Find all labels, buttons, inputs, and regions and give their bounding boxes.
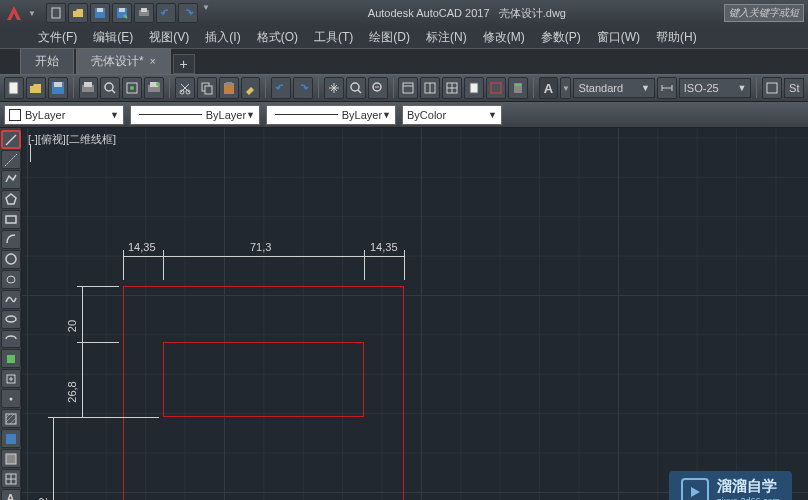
insert-block-icon[interactable] (1, 349, 21, 368)
tab-add-button[interactable]: + (173, 54, 195, 74)
tb-new-icon[interactable] (4, 77, 24, 99)
tb-match-icon[interactable] (241, 77, 261, 99)
app-menu-arrow[interactable]: ▼ (28, 9, 36, 18)
gradient-tool-icon[interactable] (1, 429, 21, 448)
revcloud-tool-icon[interactable] (1, 270, 21, 289)
tb-textstyle-arrow[interactable]: ▼ (560, 77, 571, 99)
hatch-tool-icon[interactable] (1, 409, 21, 428)
drawing-canvas[interactable]: [-][俯视][二维线框] 14,35 71,3 14,35 20 26,8 (22, 128, 808, 500)
menu-param[interactable]: 参数(P) (533, 27, 589, 48)
menu-draw[interactable]: 绘图(D) (361, 27, 418, 48)
last-dropdown[interactable]: St (784, 78, 804, 98)
menu-file[interactable]: 文件(F) (30, 27, 85, 48)
menu-format[interactable]: 格式(O) (249, 27, 306, 48)
rectangle-tool-icon[interactable] (1, 210, 21, 229)
menu-view[interactable]: 视图(V) (141, 27, 197, 48)
svg-line-26 (358, 90, 361, 93)
svg-point-15 (130, 86, 134, 90)
tb-sheet-icon[interactable] (464, 77, 484, 99)
menu-modify[interactable]: 修改(M) (475, 27, 533, 48)
file-tab-bar: 开始 壳体设计*× + (0, 48, 808, 74)
table-tool-icon[interactable] (1, 469, 21, 488)
qat-new-icon[interactable] (46, 3, 66, 23)
tab-start[interactable]: 开始 (20, 48, 74, 74)
line-tool-icon[interactable] (1, 130, 21, 149)
tb-save-icon[interactable] (48, 77, 68, 99)
polyline-tool-icon[interactable] (1, 170, 21, 189)
tb-designcenter-icon[interactable] (420, 77, 440, 99)
tb-undo2-icon[interactable] (271, 77, 291, 99)
svg-rect-48 (7, 355, 15, 363)
svg-point-46 (6, 254, 16, 264)
tb-paste-icon[interactable] (219, 77, 239, 99)
xline-tool-icon[interactable] (1, 150, 21, 169)
tb-open-icon[interactable] (26, 77, 46, 99)
tab-close-icon[interactable]: × (150, 56, 156, 67)
point-tool-icon[interactable] (1, 389, 21, 408)
menu-window[interactable]: 窗口(W) (589, 27, 648, 48)
tb-copy-icon[interactable] (197, 77, 217, 99)
layer-properties-bar: ByLayer ▼ ByLayer ▼ ByLayer ▼ ByColor ▼ (0, 102, 808, 128)
lineweight-dropdown[interactable]: ByLayer ▼ (266, 105, 396, 125)
circle-tool-icon[interactable] (1, 250, 21, 269)
viewport-label[interactable]: [-][俯视][二维线框] (28, 132, 116, 147)
tb-print-icon[interactable] (79, 77, 99, 99)
svg-rect-52 (6, 434, 16, 444)
svg-rect-6 (141, 8, 147, 12)
region-tool-icon[interactable] (1, 449, 21, 468)
menu-tools[interactable]: 工具(T) (306, 27, 361, 48)
tb-pan-icon[interactable] (324, 77, 344, 99)
linetype-dropdown[interactable]: ByLayer ▼ (130, 105, 260, 125)
menu-help[interactable]: 帮助(H) (648, 27, 705, 48)
svg-rect-42 (767, 83, 777, 93)
svg-point-12 (105, 83, 113, 91)
plotcolor-dropdown[interactable]: ByColor ▼ (402, 105, 502, 125)
menu-edit[interactable]: 编辑(E) (85, 27, 141, 48)
layer-color-dropdown[interactable]: ByLayer ▼ (4, 105, 124, 125)
qat-plot-icon[interactable] (134, 3, 154, 23)
qat-undo-icon[interactable] (156, 3, 176, 23)
tb-zoom-icon[interactable] (346, 77, 366, 99)
menu-dimension[interactable]: 标注(N) (418, 27, 475, 48)
svg-rect-53 (6, 454, 16, 464)
tb-publish-icon[interactable] (122, 77, 142, 99)
tb-dim-icon[interactable] (657, 77, 677, 99)
tb-redo2-icon[interactable] (293, 77, 313, 99)
svg-rect-24 (226, 82, 232, 85)
help-search-input[interactable]: 键入关键字或短 (724, 4, 804, 22)
tb-toolpalette-icon[interactable] (442, 77, 462, 99)
qat-dropdown-arrow[interactable]: ▼ (202, 3, 210, 23)
ellipse-tool-icon[interactable] (1, 310, 21, 329)
tb-markup-icon[interactable] (486, 77, 506, 99)
qat-redo-icon[interactable] (178, 3, 198, 23)
tb-table-icon[interactable] (762, 77, 782, 99)
qat-saveas-icon[interactable] (112, 3, 132, 23)
drawing-rect-inner (163, 342, 364, 417)
ellipsearc-tool-icon[interactable] (1, 330, 21, 349)
svg-line-43 (6, 135, 16, 145)
tb-3dprint-icon[interactable] (144, 77, 164, 99)
text-style-dropdown[interactable]: Standard▼ (573, 78, 654, 98)
arc-tool-icon[interactable] (1, 230, 21, 249)
make-block-icon[interactable] (1, 369, 21, 388)
play-icon (681, 478, 709, 501)
qat-save-icon[interactable] (90, 3, 110, 23)
svg-rect-28 (403, 83, 413, 93)
dim-style-dropdown[interactable]: ISO-25▼ (679, 78, 752, 98)
tb-preview-icon[interactable] (100, 77, 120, 99)
mtext-tool-icon[interactable]: A (1, 489, 21, 500)
tab-active-file[interactable]: 壳体设计*× (76, 48, 171, 74)
watermark: 溜溜自学 zixue.3d66.com (669, 471, 792, 500)
qat-open-icon[interactable] (68, 3, 88, 23)
tb-zoomprev-icon[interactable] (368, 77, 388, 99)
tb-props-icon[interactable] (398, 77, 418, 99)
menu-insert[interactable]: 插入(I) (197, 27, 248, 48)
dim-v1: 20 (66, 320, 78, 332)
tb-cut-icon[interactable] (175, 77, 195, 99)
tb-text-icon[interactable]: A (539, 77, 559, 99)
app-logo[interactable] (4, 3, 24, 23)
tb-calc-icon[interactable] (508, 77, 528, 99)
spline-tool-icon[interactable] (1, 290, 21, 309)
polygon-tool-icon[interactable] (1, 190, 21, 209)
svg-rect-2 (97, 8, 103, 12)
